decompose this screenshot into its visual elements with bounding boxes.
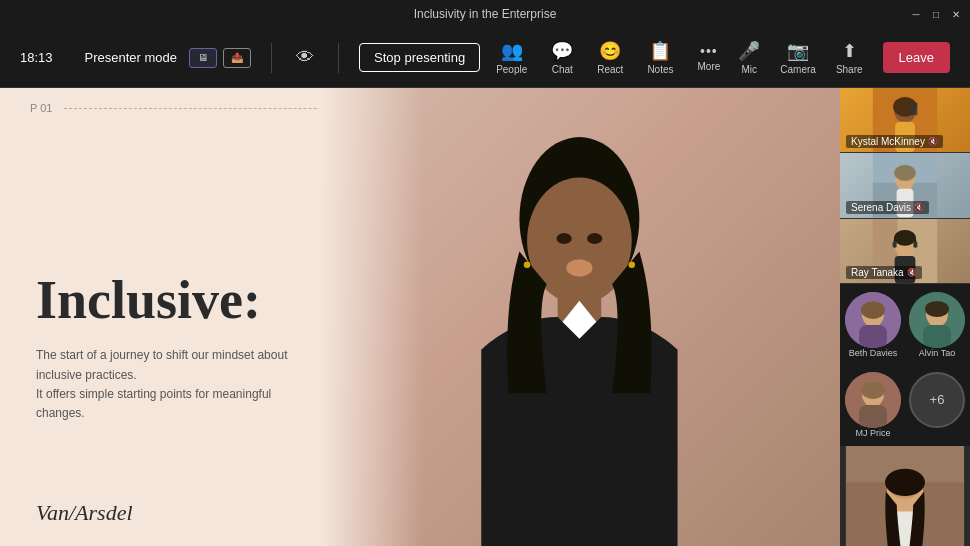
slide-page-number: P 01 [30, 102, 52, 114]
svg-rect-35 [923, 325, 951, 348]
svg-point-38 [861, 381, 885, 399]
ray-name-badge: Ray Tanaka 🔇 [846, 266, 922, 279]
slide-container: P 01 FY 21 Inclusive Design Guideline In… [0, 88, 840, 546]
chat-icon: 💬 [551, 40, 573, 62]
people-icon: 👥 [501, 40, 523, 62]
notes-btn[interactable]: 📋 Notes [637, 36, 683, 79]
title-bar: Inclusivity in the Enterprise ─ □ ✕ [0, 0, 970, 28]
minimize-btn[interactable]: ─ [910, 8, 922, 20]
mj-avatar [845, 372, 901, 428]
participant-ray[interactable]: Ray Tanaka 🔇 [840, 219, 970, 284]
presenter-mode-label: Presenter mode [85, 50, 178, 65]
svg-point-27 [894, 230, 916, 246]
participant-serena[interactable]: Serena Davis 🔇 [840, 153, 970, 218]
participants-sidebar: Kystal McKinney 🔇 Sere [840, 88, 970, 546]
react-btn[interactable]: 😊 React [587, 36, 633, 79]
svg-point-34 [925, 301, 949, 317]
serena-name-badge: Serena Davis 🔇 [846, 201, 929, 214]
slide-area: P 01 FY 21 Inclusive Design Guideline In… [0, 88, 840, 546]
leave-button[interactable]: Leave [883, 42, 950, 73]
camera-icon: 📷 [787, 40, 809, 62]
react-icon: 😊 [599, 40, 621, 62]
share-btn[interactable]: ⬆ Share [828, 36, 871, 79]
kystal-name-text: Kystal McKinney [851, 136, 925, 147]
participant-beth[interactable]: Beth Davies [842, 286, 904, 364]
chat-btn[interactable]: 💬 Chat [541, 36, 583, 79]
participant-mj[interactable]: MJ Price [842, 366, 904, 444]
close-btn[interactable]: ✕ [950, 8, 962, 20]
participant-grid: Beth Davies Alvin Tao [840, 284, 970, 446]
window-title: Inclusivity in the Enterprise [414, 7, 557, 21]
chat-label: Chat [552, 64, 573, 75]
camera-label: Camera [780, 64, 816, 75]
alvin-name: Alvin Tao [919, 348, 955, 358]
more-participants-circle: +6 [909, 372, 965, 428]
bottom-participant-video [840, 446, 970, 546]
react-label: React [597, 64, 623, 75]
svg-point-19 [894, 165, 916, 181]
slide-text-block: Inclusive: The start of a journey to shi… [36, 271, 316, 423]
serena-name-text: Serena Davis [851, 202, 911, 213]
slide-body-line2: It offers simple starting points for mea… [36, 387, 271, 420]
more-btn[interactable]: ••• More [688, 39, 731, 76]
stop-presenting-button[interactable]: Stop presenting [359, 43, 480, 72]
people-label: People [496, 64, 527, 75]
svg-point-45 [885, 469, 925, 496]
svg-rect-26 [913, 241, 917, 247]
ray-name-text: Ray Tanaka [851, 267, 904, 278]
share-label: Share [836, 64, 863, 75]
presenter-screen-btn[interactable]: 🖥 [189, 48, 217, 68]
eye-btn[interactable]: 👁 [292, 43, 318, 72]
share-icon: ⬆ [842, 40, 857, 62]
beth-avatar [845, 292, 901, 348]
mic-btn[interactable]: 🎤 Mic [730, 36, 768, 79]
camera-btn[interactable]: 📷 Camera [772, 36, 824, 79]
beth-name: Beth Davies [849, 348, 898, 358]
mic-icon: 🎤 [738, 40, 760, 62]
svg-point-30 [861, 301, 885, 319]
clock: 18:13 [20, 50, 53, 65]
presenter-share-btn[interactable]: 📤 [223, 48, 251, 68]
notes-label: Notes [647, 64, 673, 75]
more-label: · [936, 428, 939, 438]
participant-kystal[interactable]: Kystal McKinney 🔇 [840, 88, 970, 153]
toolbar-divider2 [338, 43, 339, 73]
main-content: P 01 FY 21 Inclusive Design Guideline In… [0, 88, 970, 546]
svg-rect-39 [859, 405, 887, 428]
logo-text: Van/Arsdel [36, 500, 133, 525]
more-count: +6 [930, 392, 945, 407]
mic-label: Mic [742, 64, 758, 75]
slide-body-line1: The start of a journey to shift our mind… [36, 349, 287, 382]
svg-rect-25 [893, 241, 897, 247]
notes-icon: 📋 [649, 40, 671, 62]
maximize-btn[interactable]: □ [930, 8, 942, 20]
slide-heading: Inclusive: [36, 271, 316, 330]
slide-logo: Van/Arsdel [36, 500, 133, 526]
svg-rect-13 [910, 103, 917, 115]
participant-bottom[interactable] [840, 446, 970, 546]
toolbar-divider [271, 43, 272, 73]
svg-rect-31 [859, 325, 887, 348]
toolbar: 18:13 Presenter mode 🖥 📤 👁 Stop presenti… [0, 28, 970, 88]
serena-mic-icon: 🔇 [914, 203, 924, 212]
people-btn[interactable]: 👥 People [486, 36, 537, 79]
kystal-mic-icon: 🔇 [928, 137, 938, 146]
kystal-name-badge: Kystal McKinney 🔇 [846, 135, 943, 148]
more-icon: ••• [700, 43, 718, 59]
participant-alvin[interactable]: Alvin Tao [906, 286, 968, 364]
slide-body: The start of a journey to shift our mind… [36, 347, 316, 424]
participant-more[interactable]: +6 · [906, 366, 968, 444]
mj-name: MJ Price [855, 428, 890, 438]
presenter-overlay [319, 88, 840, 546]
alvin-avatar [909, 292, 965, 348]
more-label: More [698, 61, 721, 72]
ray-mic-icon: 🔇 [907, 268, 917, 277]
